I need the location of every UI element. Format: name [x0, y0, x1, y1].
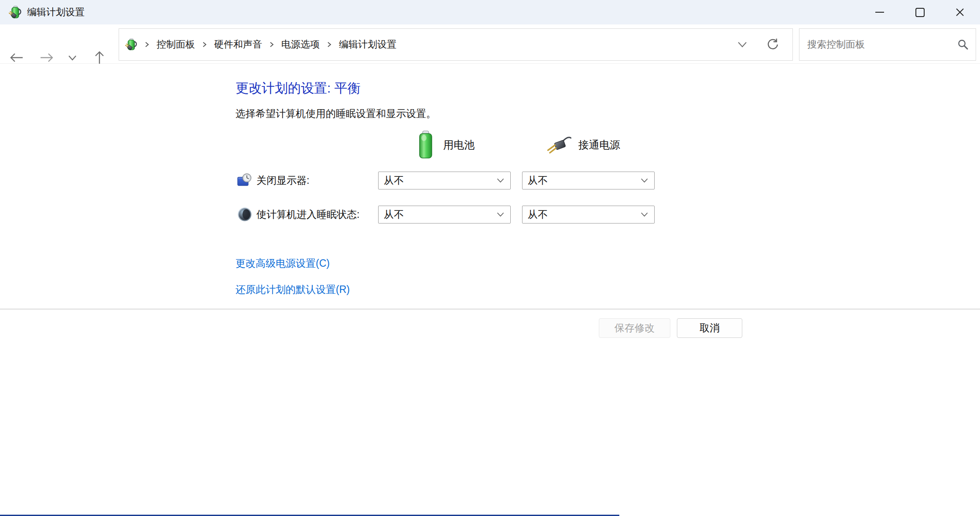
address-dropdown-button[interactable] — [738, 41, 747, 48]
chevron-down-icon — [497, 212, 504, 217]
plugged-in-column-header: 接通电源 — [578, 138, 620, 152]
battery-icon — [417, 130, 434, 159]
save-changes-button[interactable]: 保存修改 — [599, 318, 670, 338]
breadcrumb-separator-icon — [269, 41, 274, 48]
breadcrumb-separator-icon — [202, 41, 207, 48]
back-arrow-icon — [9, 52, 24, 64]
power-plan-icon[interactable] — [124, 38, 137, 51]
plug-icon — [543, 134, 571, 154]
maximize-icon — [915, 8, 925, 17]
chevron-down-icon — [641, 212, 648, 217]
chevron-down-icon — [738, 41, 747, 48]
breadcrumb-power-options[interactable]: 电源选项 — [281, 38, 320, 51]
search-icon — [957, 39, 969, 50]
select-value: 从不 — [384, 174, 497, 187]
breadcrumb-control-panel[interactable]: 控制面板 — [157, 38, 195, 51]
refresh-icon — [766, 38, 779, 51]
up-button[interactable] — [89, 44, 110, 72]
sleep-plugged-in-select[interactable]: 从不 — [522, 206, 655, 224]
cancel-button[interactable]: 取消 — [677, 318, 742, 338]
select-value: 从不 — [528, 208, 641, 221]
minimize-icon — [875, 12, 884, 13]
search-button[interactable] — [957, 39, 969, 50]
back-button[interactable] — [6, 44, 27, 72]
close-button[interactable] — [940, 0, 980, 24]
forward-button[interactable] — [36, 44, 57, 72]
page-description: 选择希望计算机使用的睡眠设置和显示设置。 — [236, 107, 436, 120]
chevron-down-icon — [641, 178, 648, 183]
breadcrumb-edit-plan-settings[interactable]: 编辑计划设置 — [339, 38, 396, 51]
page-title: 更改计划的设置: 平衡 — [236, 79, 361, 97]
display-off-label: 关闭显示器: — [256, 172, 309, 189]
search-input[interactable] — [806, 38, 957, 51]
power-plan-icon — [8, 5, 22, 19]
breadcrumb-separator-icon — [327, 41, 332, 48]
window-controls — [860, 0, 980, 24]
maximize-button[interactable] — [900, 0, 940, 24]
display-off-plugged-in-select[interactable]: 从不 — [522, 172, 655, 189]
recent-pages-dropdown[interactable] — [62, 44, 82, 72]
sleep-moon-icon — [237, 207, 252, 222]
window-title: 编辑计划设置 — [27, 6, 85, 19]
change-advanced-power-settings-link[interactable]: 更改高级电源设置(C) — [236, 257, 330, 270]
select-value: 从不 — [384, 208, 497, 221]
navigation-bar: 控制面板 硬件和声音 电源选项 编辑计划设置 — [0, 24, 980, 64]
chevron-down-icon — [68, 55, 77, 61]
forward-arrow-icon — [39, 52, 54, 64]
footer-divider — [0, 309, 980, 310]
titlebar: 编辑计划设置 — [0, 0, 980, 24]
up-arrow-icon — [93, 51, 106, 65]
chevron-down-icon — [497, 178, 504, 183]
breadcrumb-separator-icon — [144, 41, 150, 48]
address-bar[interactable]: 控制面板 硬件和声音 电源选项 编辑计划设置 — [119, 28, 793, 61]
display-clock-icon — [237, 173, 252, 188]
restore-default-settings-link[interactable]: 还原此计划的默认设置(R) — [236, 283, 350, 296]
sleep-on-battery-select[interactable]: 从不 — [378, 206, 511, 224]
minimize-button[interactable] — [860, 0, 900, 24]
refresh-button[interactable] — [766, 38, 779, 51]
sleep-label: 使计算机进入睡眠状态: — [256, 206, 359, 224]
close-icon — [956, 8, 964, 17]
on-battery-column-header: 用电池 — [443, 138, 475, 152]
display-off-on-battery-select[interactable]: 从不 — [378, 172, 511, 189]
edit-plan-settings-window: 编辑计划设置 — [0, 0, 980, 516]
search-box — [799, 28, 976, 61]
breadcrumb-hardware-and-sound[interactable]: 硬件和声音 — [214, 38, 262, 51]
select-value: 从不 — [528, 174, 641, 187]
